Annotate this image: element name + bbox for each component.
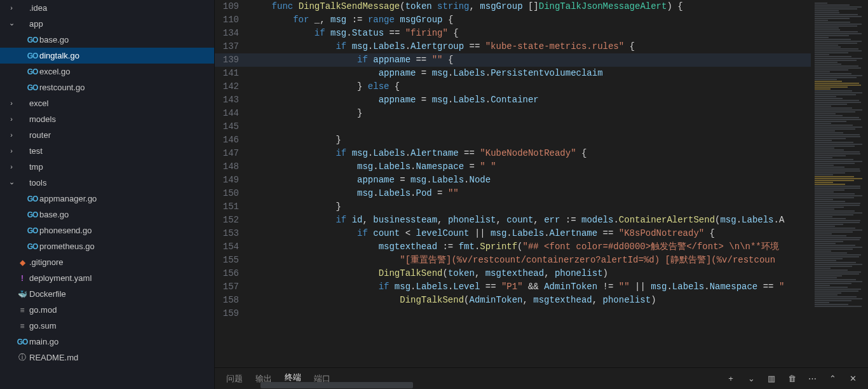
minimap-line	[815, 117, 859, 118]
code-line[interactable]: 146 }	[215, 133, 811, 147]
file-item[interactable]: ◆.gitignore	[0, 254, 214, 270]
go-icon: GO	[27, 226, 38, 235]
folder-item[interactable]: ›tmp	[0, 159, 214, 175]
code-line[interactable]: 156 DingTalkSend(token, msgtexthead, pho…	[215, 267, 811, 280]
code-line[interactable]: 139 if appname == "" {	[215, 53, 811, 67]
go-icon: GO	[27, 210, 38, 219]
horizontal-scrollbar[interactable]	[216, 381, 868, 389]
folder-item[interactable]: ›.idea	[0, 0, 214, 16]
minimap-line	[815, 163, 855, 164]
line-number: 110	[215, 13, 250, 27]
code-line[interactable]: 134 if msg.Status == "firing" {	[215, 27, 811, 40]
minimap-line	[815, 256, 859, 257]
minimap-line	[815, 184, 845, 185]
code-line[interactable]: 154 msgtexthead := fmt.Sprintf("## <font…	[215, 240, 811, 254]
file-item[interactable]: ≡go.sum	[0, 318, 214, 334]
minimap-line	[815, 77, 857, 78]
code-line[interactable]: 145	[215, 120, 811, 133]
minimap-line	[815, 208, 834, 210]
line-content: }	[250, 200, 341, 214]
line-number: 141	[215, 67, 250, 80]
mod-icon: ≡	[17, 322, 28, 331]
minimap-line	[815, 98, 843, 99]
code-line[interactable]: 157 if msg.Labels.Level == "P1" && Admin…	[215, 280, 811, 294]
folder-item[interactable]: ›models	[0, 111, 214, 127]
code-line[interactable]: 110 for _, msg := range msgGroup {	[215, 13, 811, 27]
minimap-line	[815, 121, 846, 122]
minimap-line	[815, 88, 831, 90]
minimap-line	[815, 16, 862, 17]
minimap-line	[815, 134, 860, 135]
code-line[interactable]: 158 DingTalkSend(AdminToken, msgtexthead…	[215, 294, 811, 307]
minimap-line	[815, 270, 848, 271]
code-line[interactable]: 144 }	[215, 107, 811, 120]
code-line[interactable]: 152 if id, businessteam, phonelist, coun…	[215, 214, 811, 227]
minimap-line	[815, 142, 853, 143]
minimap-line	[815, 195, 862, 196]
code-line[interactable]: 147 if msg.Labels.Alertname == "KubeNode…	[215, 147, 811, 160]
folder-item[interactable]: ›excel	[0, 95, 214, 111]
file-item[interactable]: GOmain.go	[0, 334, 214, 350]
file-item[interactable]: GOdingtalk.go	[0, 48, 214, 64]
file-item[interactable]: ≡go.mod	[0, 302, 214, 318]
line-number: 152	[215, 214, 250, 227]
code-line[interactable]: 150 msg.Labels.Pod = ""	[215, 187, 811, 200]
folder-item[interactable]: ›router	[0, 127, 214, 143]
code-line[interactable]: 142 } else {	[215, 80, 811, 93]
file-item[interactable]: GObase.go	[0, 207, 214, 222]
code-line[interactable]: 141 appname = msg.Labels.Persistentvolum…	[215, 67, 811, 80]
minimap-line	[815, 119, 861, 120]
file-item[interactable]: GOexcel.go	[0, 64, 214, 79]
minimap-line	[815, 279, 856, 280]
minimap-line	[815, 75, 862, 76]
code-line[interactable]: 151 }	[215, 200, 811, 214]
file-item[interactable]: GObase.go	[0, 32, 214, 48]
minimap-line	[815, 4, 850, 6]
code-line[interactable]: 155 "[重置告警](%v/restcount/containerzero?a…	[215, 254, 811, 267]
minimap-line	[815, 182, 833, 183]
file-item[interactable]: 🐳Dockerfile	[0, 286, 214, 302]
file-item[interactable]: GOphonesend.go	[0, 222, 214, 238]
code-line[interactable]: 149 appname = msg.Labels.Node	[215, 174, 811, 187]
folder-item[interactable]: ⌄app	[0, 16, 214, 32]
folder-item[interactable]: ›test	[0, 143, 214, 159]
minimap-line	[815, 109, 862, 111]
minimap-line	[815, 207, 844, 208]
minimap-line	[815, 155, 846, 156]
code-line[interactable]: 109 func DingTalkSendMessage(token strin…	[215, 0, 811, 13]
file-item[interactable]: !deployment.yaml	[0, 270, 214, 286]
minimap-line	[815, 186, 860, 187]
minimap-line	[815, 113, 836, 114]
minimap-line	[815, 224, 843, 225]
tree-item-label: go.sum	[28, 321, 57, 331]
tree-item-label: phonesend.go	[38, 226, 92, 235]
code-line[interactable]: 159	[215, 307, 811, 320]
line-number: 147	[215, 147, 250, 160]
file-item[interactable]: GOappmanager.go	[0, 191, 214, 207]
line-content: if id, businessteam, phonelist, count, e…	[250, 214, 784, 227]
scrollbar-thumb[interactable]	[261, 382, 413, 388]
code-line[interactable]: 143 appname = msg.Labels.Container	[215, 93, 811, 107]
code-line[interactable]: 137 if msg.Labels.Alertgroup == "kube-st…	[215, 40, 811, 53]
line-content: DingTalkSend(AdminToken, msgtexthead, ph…	[250, 294, 656, 307]
file-item[interactable]: GOprometheus.go	[0, 238, 214, 254]
minimap-line	[815, 151, 860, 153]
minimap-line	[815, 106, 831, 107]
minimap-line	[815, 79, 837, 80]
code-line[interactable]: 148 msg.Labels.Namespace = " "	[215, 160, 811, 174]
minimap[interactable]	[811, 0, 868, 367]
minimap-line	[815, 271, 861, 273]
minimap-line	[815, 306, 862, 307]
file-item[interactable]: ⓘREADME.md	[0, 350, 214, 365]
minimap-line	[815, 178, 862, 179]
minimap-line	[815, 41, 862, 42]
tree-item-label: excel	[28, 99, 48, 108]
line-number: 154	[215, 240, 250, 254]
minimap-line	[815, 285, 830, 286]
code-editor[interactable]: 109 func DingTalkSendMessage(token strin…	[215, 0, 811, 367]
file-item[interactable]: GOrestcount.go	[0, 79, 214, 95]
tree-item-label: dingtalk.go	[38, 51, 79, 60]
folder-item[interactable]: ⌄tools	[0, 175, 214, 191]
code-line[interactable]: 153 if count < levelCount || msg.Labels.…	[215, 227, 811, 240]
minimap-line	[815, 153, 860, 154]
